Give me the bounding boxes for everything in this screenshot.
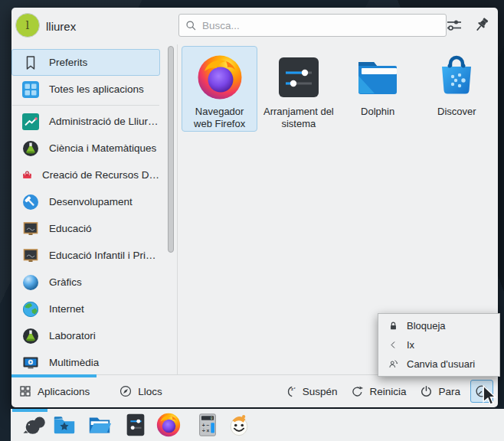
avatar-letter: l [26, 18, 30, 32]
taskbar-firefox-button[interactable] [155, 412, 182, 438]
tab-label: Llocs [138, 386, 162, 397]
favorites-grid: Navegador web FirefoxArranjament del sis… [182, 46, 498, 132]
pin-button[interactable] [473, 16, 492, 34]
app-tile-label: Arranjament del sistema [263, 106, 334, 130]
sidebar-item-label: Educació Infantil i Pri… [49, 250, 156, 261]
calculator-icon: 0+−÷× [195, 412, 221, 438]
admin-icon [22, 113, 39, 130]
sidebar-category-4[interactable]: Educació [11, 215, 160, 242]
sidebar-category-5[interactable]: Educació Infantil i Pri… [11, 242, 160, 269]
launcher-icon [22, 412, 48, 438]
active-tab-indicator [11, 374, 97, 377]
menu-item-0[interactable]: Bloqueja [378, 316, 499, 335]
shutdown-icon [419, 384, 434, 399]
restart-icon [350, 384, 365, 399]
sidebar-category-0[interactable]: Administració de Lliur… [11, 108, 160, 135]
lock-icon [388, 320, 399, 332]
app-tile-label: Discover [437, 106, 476, 118]
dolphin-icon [353, 53, 402, 102]
category-sidebar: PreferitsTotes les aplicacionsAdministra… [11, 44, 160, 376]
svg-text:+: + [202, 423, 205, 428]
sidebar-category-7[interactable]: Internet [11, 296, 160, 322]
taskbar-assistant-button[interactable] [226, 412, 252, 438]
session-action-restart[interactable]: Reinicia [350, 384, 406, 399]
session-action-shutdown[interactable]: Para [419, 384, 460, 399]
firefox-icon [155, 412, 182, 438]
sidebar-item-label: Laboratori [49, 330, 96, 341]
menu-item-label: Canvia d'usuari [407, 358, 475, 370]
menu-item-1[interactable]: Ix [378, 335, 499, 354]
session-action-suspend[interactable]: zzSuspén [283, 384, 338, 399]
sidebar-category-8[interactable]: Laboratori [11, 322, 160, 349]
sidebar-item-label: Administració de Lliur… [49, 116, 159, 127]
sidebar-separator-line [177, 44, 178, 375]
session-action-label: Suspén [303, 386, 338, 397]
bookmark-icon [22, 54, 39, 71]
svg-text:z: z [293, 385, 296, 389]
desktop-wallpaper: l lliurex PreferitsTotes les aplicacions… [0, 0, 504, 441]
tab-label: Aplicacions [38, 386, 90, 397]
suspend-icon: zz [283, 384, 298, 399]
taskbar-folder-favorites-button[interactable] [51, 412, 77, 438]
menu-item-label: Bloqueja [407, 320, 446, 332]
configure-icon [445, 16, 463, 34]
sidebar-item-1[interactable]: Totes les aplicacions [11, 76, 160, 103]
firefox-icon [195, 53, 244, 102]
launcher-footer: AplicacionsLlocs zzSuspénReiniciaPara [11, 374, 498, 407]
sidebar-section-separator [12, 105, 159, 106]
multimedia-icon [22, 354, 39, 371]
app-tile-1[interactable]: Arranjament del sistema [260, 46, 336, 132]
sidebar-item-label: Ciència i Matemàtiques [49, 142, 156, 154]
sidebar-item-label: Desenvolupament [49, 196, 133, 207]
chevron-left-icon [388, 339, 399, 351]
mouse-cursor [483, 385, 497, 406]
discover-icon [432, 53, 481, 102]
development-icon [22, 194, 39, 211]
session-context-menu: BloquejaIxCanvia d'usuari [378, 313, 500, 377]
sidebar-category-3[interactable]: Desenvolupament [11, 188, 160, 215]
svg-text:z: z [291, 387, 293, 391]
app-tile-label: Navegador web Firefox [189, 106, 250, 130]
toolbox-icon [22, 167, 32, 184]
app-tile-0[interactable]: Navegador web Firefox [182, 46, 257, 132]
science-icon [22, 328, 39, 345]
taskbar-system-settings-button[interactable] [123, 412, 149, 438]
svg-text:0: 0 [211, 416, 213, 420]
taskbar-calculator-button[interactable]: 0+−÷× [195, 412, 221, 438]
user-name: lliurex [46, 8, 76, 44]
session-action-label: Para [438, 386, 460, 397]
switch-user-icon [388, 358, 399, 370]
taskbar-launcher-button[interactable] [22, 412, 48, 438]
app-tile-2[interactable]: Dolphin [340, 46, 416, 132]
education-icon [22, 220, 39, 237]
sidebar-item-label: Gràfics [49, 276, 82, 288]
taskbar-file-manager-button[interactable] [87, 412, 113, 438]
configure-button[interactable] [445, 16, 463, 34]
sidebar-scrollbar[interactable] [168, 46, 174, 253]
science-icon [22, 140, 39, 157]
tab-aplicacions[interactable]: Aplicacions [11, 375, 97, 407]
app-tile-3[interactable]: Discover [419, 46, 495, 132]
menu-item-label: Ix [407, 339, 414, 351]
taskbar-panel: 0+−÷× [11, 409, 504, 441]
folder-favorites-icon [51, 412, 77, 438]
sidebar-item-label: Multimèdia [49, 357, 99, 368]
avatar[interactable]: l [15, 13, 40, 38]
assistant-icon [226, 412, 252, 438]
tab-llocs[interactable]: Llocs [112, 375, 169, 407]
sidebar-category-6[interactable]: Gràfics [11, 269, 160, 296]
launcher-header: l lliurex [11, 8, 498, 44]
sidebar-item-label: Preferits [49, 57, 87, 68]
search-input[interactable] [178, 14, 447, 37]
sidebar-item-0[interactable]: Preferits [11, 49, 160, 76]
svg-text:−: − [207, 423, 210, 428]
sidebar-category-1[interactable]: Ciència i Matemàtiques [11, 135, 160, 162]
all-apps-icon [22, 81, 39, 98]
sidebar-category-9[interactable]: Multimèdia [11, 349, 160, 376]
sidebar-category-2[interactable]: Creació de Recursos D… [11, 162, 160, 188]
session-action-label: Reinicia [369, 386, 406, 397]
sidebar-item-label: Totes les aplicacions [49, 83, 144, 95]
sidebar-item-label: Educació [49, 223, 92, 234]
file-manager-icon [87, 412, 113, 438]
menu-item-2[interactable]: Canvia d'usuari [378, 354, 499, 374]
